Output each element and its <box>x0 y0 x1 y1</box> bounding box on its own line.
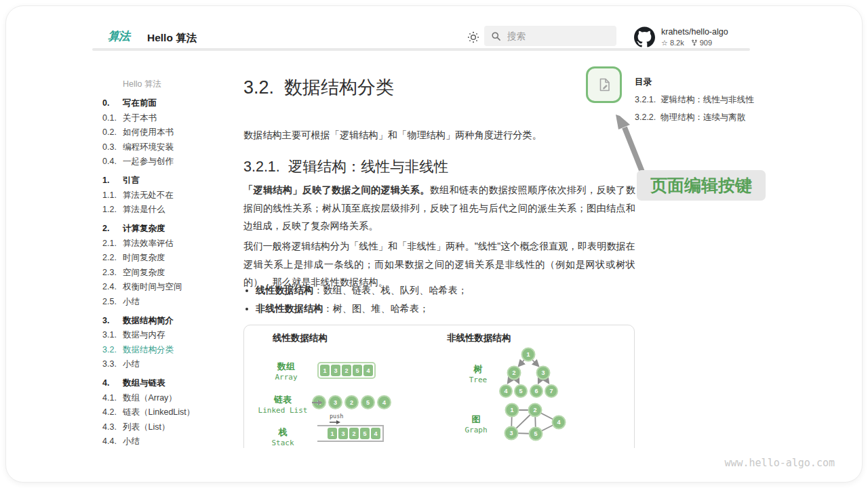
edit-page-button[interactable] <box>586 66 622 103</box>
tree-label-en: Tree <box>469 375 488 384</box>
sidebar-item-0-3[interactable]: 0.3.编程环境安装 <box>102 140 235 155</box>
bold-lead: 「逻辑结构」反映了数据之间的逻辑关系。 <box>243 184 430 195</box>
sidebar-item-2-1[interactable]: 2.1.算法效率评估 <box>102 237 235 251</box>
stack-push-label: push <box>330 413 343 420</box>
svg-text:3: 3 <box>541 369 545 376</box>
sidebar-item-2-2[interactable]: 2.2.时间复杂度 <box>102 251 235 266</box>
page-title: 3.2. 数据结构分类 <box>243 75 394 100</box>
sidebar-item-home: Hello 算法 <box>102 77 235 92</box>
tree-label-zh: 树 <box>474 363 483 375</box>
linked-list-diagram: 1 3 2 5 4 <box>312 395 391 409</box>
svg-text:1: 1 <box>526 351 530 358</box>
sidebar-item-1-2[interactable]: 1.2.算法是什么 <box>102 203 235 218</box>
svg-text:3: 3 <box>509 430 513 436</box>
array-diagram: 1 3 2 5 4 <box>317 362 376 379</box>
sidebar-item-4-2[interactable]: 4.2.链表（LinkedList） <box>102 405 235 420</box>
svg-text:1: 1 <box>510 407 513 413</box>
stack-label-en: Stack <box>271 439 294 447</box>
data-structure-figure: 线性数据结构 非线性数据结构 数组 Array 1 3 2 5 4 链表 Lin… <box>243 325 635 448</box>
array-label-en: Array <box>275 373 297 382</box>
array-label-zh: 数组 <box>277 361 295 373</box>
sidebar-item-ch2[interactable]: 2.计算复杂度 <box>102 222 235 237</box>
sidebar-item-4-3[interactable]: 4.3.列表（List） <box>102 420 235 435</box>
list-item: 线性数据结构：数组、链表、栈、队列、哈希表； <box>256 284 635 297</box>
tree-diagram: 1 2 3 4 5 6 7 <box>496 347 561 400</box>
graph-diagram: 1 2 3 5 4 <box>500 401 568 448</box>
toc-item-1[interactable]: 3.2.1. 逻辑结构：线性与非线性 <box>635 94 770 106</box>
sidebar-item-4-1[interactable]: 4.1.数组（Array） <box>102 391 235 406</box>
sidebar-item-3-2-active[interactable]: 3.2.数据结构分类 <box>102 343 235 358</box>
toc-title: 目录 <box>635 77 770 88</box>
stack-diagram: 1 3 2 5 4 <box>317 425 384 442</box>
annotation-label: 页面编辑按键 <box>637 170 766 201</box>
sidebar-item-3-1[interactable]: 3.1.数据与内存 <box>102 328 235 343</box>
linear-nonlinear-paragraph: 我们一般将逻辑结构分为「线性」和「非线性」两种。"线性"这个概念很直观，即表明数… <box>243 237 635 291</box>
logic-structure-paragraph: 「逻辑结构」反映了数据之间的逻辑关系。数组和链表的数据按照顺序依次排列，反映了数… <box>243 181 635 235</box>
figure-left-title: 线性数据结构 <box>273 332 328 344</box>
sidebar-item-2-5[interactable]: 2.5.小结 <box>102 295 235 310</box>
sidebar-item-2-4[interactable]: 2.4.权衡时间与空间 <box>102 280 235 295</box>
sidebar-item-0-1[interactable]: 0.1.关于本书 <box>102 111 235 126</box>
edit-file-icon <box>596 77 612 93</box>
sidebar-nav: Hello 算法 0.写在前面 0.1.关于本书 0.2.如何使用本书 0.3.… <box>102 77 235 448</box>
svg-text:4: 4 <box>557 419 560 426</box>
watermark: www.hello-algo.com <box>724 457 835 469</box>
svg-text:6: 6 <box>534 388 538 394</box>
arrow-right-icon <box>330 420 340 425</box>
sidebar-item-0-2[interactable]: 0.2.如何使用本书 <box>102 125 235 140</box>
toc-panel: 目录 3.2.1. 逻辑结构：线性与非线性 3.2.2. 物理结构：连续与离散 <box>635 77 770 129</box>
docs-viewport: Hello 算法 0.写在前面 0.1.关于本书 0.2.如何使用本书 0.3.… <box>6 6 862 448</box>
intro-paragraph: 数据结构主要可根据「逻辑结构」和「物理结构」两种角度进行分类。 <box>243 126 635 144</box>
linked-list-label-zh: 链表 <box>274 394 292 406</box>
figure-right-title: 非线性数据结构 <box>447 332 511 344</box>
sidebar-item-3-3[interactable]: 3.3.小结 <box>102 357 235 372</box>
svg-text:5: 5 <box>519 388 522 394</box>
sidebar-item-2-3[interactable]: 2.3.空间复杂度 <box>102 266 235 281</box>
sidebar-item-ch3[interactable]: 3.数据结构简介 <box>102 314 235 329</box>
page-frame: 算法 Hello 算法 krahets/hello-algo ☆8.2k <box>5 5 863 483</box>
svg-text:5: 5 <box>534 430 537 437</box>
svg-text:2: 2 <box>512 369 515 376</box>
svg-text:7: 7 <box>549 388 553 394</box>
sidebar-item-ch4[interactable]: 4.数组与链表 <box>102 376 235 391</box>
svg-text:2: 2 <box>533 407 536 413</box>
section-title: 3.2.1. 逻辑结构：线性与非线性 <box>243 157 448 176</box>
graph-label-zh: 图 <box>472 413 481 426</box>
svg-text:4: 4 <box>504 388 507 394</box>
sidebar-item-0-4[interactable]: 0.4.一起参与创作 <box>102 155 235 169</box>
graph-label-en: Graph <box>465 426 487 434</box>
sidebar-item-ch1[interactable]: 1.引言 <box>102 174 235 188</box>
structure-bullet-list: 线性数据结构：数组、链表、栈、队列、哈希表； 非线性数据结构：树、图、堆、哈希表… <box>256 284 635 321</box>
sidebar-item-4-4[interactable]: 4.4.小结 <box>102 434 235 448</box>
sidebar-item-ch0[interactable]: 0.写在前面 <box>102 96 235 111</box>
stack-label-zh: 栈 <box>279 426 288 439</box>
sidebar-item-1-1[interactable]: 1.1.算法无处不在 <box>102 188 235 203</box>
toc-item-2[interactable]: 3.2.2. 物理结构：连续与离散 <box>635 112 770 123</box>
list-item: 非线性数据结构：树、图、堆、哈希表； <box>256 302 635 315</box>
linked-list-label-en: Linked List <box>258 406 308 415</box>
arrow-right-icon <box>312 399 322 406</box>
